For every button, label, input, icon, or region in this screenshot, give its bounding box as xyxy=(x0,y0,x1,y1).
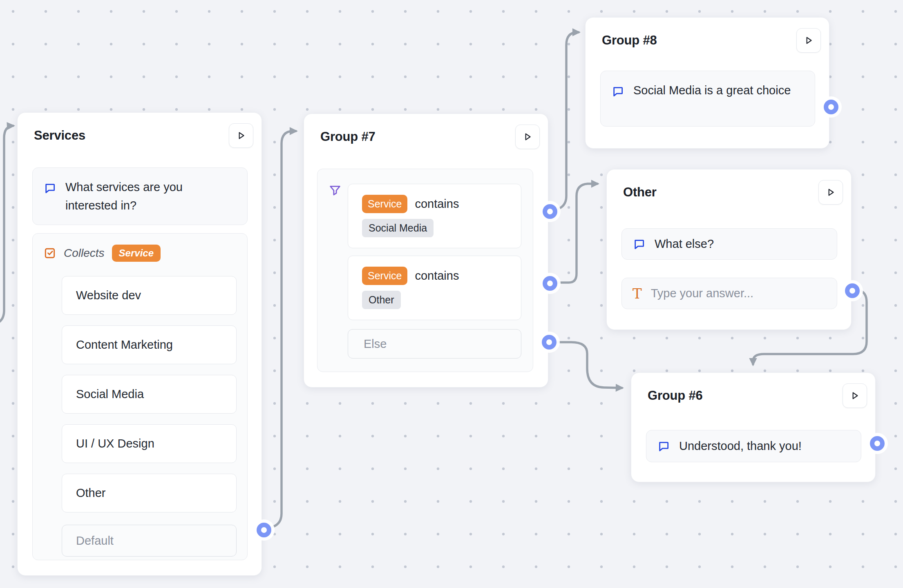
node-services[interactable]: Services What services are you intereste… xyxy=(17,112,262,576)
condition-block[interactable]: Service contains Social Media Service co… xyxy=(317,169,533,372)
text-input-icon: T xyxy=(633,287,642,301)
connection-port-cond2[interactable] xyxy=(543,276,557,291)
play-button[interactable] xyxy=(229,123,253,148)
else-item[interactable]: Else xyxy=(348,329,521,359)
play-button[interactable] xyxy=(843,383,867,408)
text-bubble-block[interactable]: Understood, thank you! xyxy=(646,430,861,462)
value-chip: Other xyxy=(362,291,401,309)
edge-incoming-services xyxy=(0,126,13,323)
variable-badge[interactable]: Service xyxy=(112,245,161,262)
default-choice-item[interactable]: Default xyxy=(62,525,237,557)
play-icon xyxy=(803,35,814,46)
checkbox-icon xyxy=(43,247,56,260)
edge-default-to-group7 xyxy=(269,131,296,528)
edge-cond2-to-other xyxy=(557,184,597,283)
choice-item[interactable]: Website dev xyxy=(62,276,237,315)
text-bubble-block[interactable]: What services are you interested in? xyxy=(32,167,248,225)
node-header: Group #6 xyxy=(648,383,867,409)
node-header: Services xyxy=(34,122,253,149)
variable-chip: Service xyxy=(362,267,407,285)
bubble-text: Understood, thank you! xyxy=(679,439,802,453)
bubble-text: What services are you interested in? xyxy=(65,178,237,215)
edge-cond1-to-group8 xyxy=(557,32,579,209)
filter-funnel-icon xyxy=(328,184,342,199)
connection-port-services-default[interactable] xyxy=(257,523,271,537)
choice-item[interactable]: Social Media xyxy=(62,375,237,414)
node-title[interactable]: Group #8 xyxy=(602,33,657,48)
play-icon xyxy=(849,390,860,401)
text-bubble-block[interactable]: Social Media is a great choice xyxy=(600,71,815,127)
play-icon xyxy=(522,131,533,143)
play-button[interactable] xyxy=(818,180,843,205)
condition-item[interactable]: Service contains Social Media xyxy=(348,184,521,248)
condition-item[interactable]: Service contains Other xyxy=(348,256,521,320)
node-other[interactable]: Other What else? T Type your answer... xyxy=(606,169,852,330)
operator-label: contains xyxy=(415,269,459,283)
connection-port-else[interactable] xyxy=(542,335,557,350)
node-header: Group #8 xyxy=(602,27,821,53)
connection-port-group6[interactable] xyxy=(870,436,885,451)
collects-label: Collects xyxy=(64,247,105,260)
play-icon xyxy=(236,130,246,141)
chat-bubble-icon xyxy=(43,182,56,195)
node-title[interactable]: Other xyxy=(623,185,657,200)
bubble-text: Social Media is a great choice xyxy=(633,81,791,100)
chat-bubble-icon xyxy=(633,238,646,251)
value-chip: Social Media xyxy=(362,219,434,237)
operator-label: contains xyxy=(415,197,459,211)
edge-else-to-group6 xyxy=(556,342,622,388)
input-placeholder: Type your answer... xyxy=(651,287,753,300)
play-icon xyxy=(825,187,836,198)
choice-input-block[interactable]: Collects Service Website dev Content Mar… xyxy=(32,233,248,560)
node-title[interactable]: Group #6 xyxy=(648,388,702,403)
choice-item[interactable]: UI / UX Design xyxy=(62,424,237,463)
play-button[interactable] xyxy=(515,125,540,149)
connection-port-other-input[interactable] xyxy=(845,283,860,298)
node-title[interactable]: Services xyxy=(34,128,85,143)
connection-port-cond1[interactable] xyxy=(543,204,557,219)
text-input-block[interactable]: T Type your answer... xyxy=(621,278,837,309)
node-header: Group #7 xyxy=(320,124,540,150)
node-title[interactable]: Group #7 xyxy=(320,129,375,144)
choice-item[interactable]: Content Marketing xyxy=(62,325,237,364)
connection-port-group8[interactable] xyxy=(824,100,838,114)
bubble-text: What else? xyxy=(655,237,714,251)
node-group6[interactable]: Group #6 Understood, thank you! xyxy=(631,372,876,482)
play-button[interactable] xyxy=(796,28,821,53)
variable-chip: Service xyxy=(362,195,407,213)
node-group8[interactable]: Group #8 Social Media is a great choice xyxy=(585,17,829,149)
chat-bubble-icon xyxy=(657,440,670,453)
node-header: Other xyxy=(623,179,843,205)
choice-item[interactable]: Other xyxy=(62,474,237,512)
flow-canvas[interactable]: Services What services are you intereste… xyxy=(0,0,903,588)
chat-bubble-icon xyxy=(611,85,624,98)
node-group7[interactable]: Group #7 Service contains Social Media xyxy=(304,114,548,388)
text-bubble-block[interactable]: What else? xyxy=(621,228,837,260)
